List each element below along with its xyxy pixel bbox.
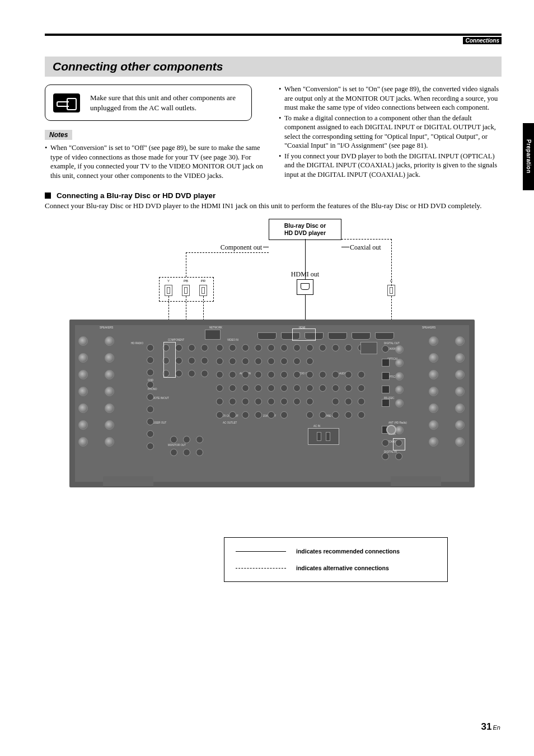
connection-legend: indicates recommended connections indica… [224,537,448,582]
connection-diagram: Blu-ray Disc or HD DVD player Component … [45,219,502,521]
unplug-icon [53,93,80,112]
section-title: Connecting other components [53,60,496,73]
page-number-value: 31 [481,721,492,732]
note-item: When "Conversion" is set to "On" (see pa… [279,84,502,112]
device-label-line: HD DVD player [284,229,326,236]
square-bullet-icon [45,192,51,199]
note-item: If you connect your DVD player to both t… [279,152,502,180]
panel-label: NETWORK [209,326,222,329]
unplug-warning-box: Make sure that this unit and other compo… [45,84,252,121]
panel-label: VIDEO IN [227,339,238,341]
solid-line-icon [236,551,286,552]
panel-label: AC IN [313,425,320,428]
panel-label: HD RADIO [131,342,143,345]
notes-list-right: When "Conversion" is set to "On" (see pa… [279,84,502,179]
subsection-title-text: Connecting a Blu-ray Disc or HD DVD play… [57,191,216,200]
panel-label: SPEAKERS [100,326,113,329]
subsection-heading: Connecting a Blu-ray Disc or HD DVD play… [45,191,502,200]
section-title-bar: Connecting other components [45,57,502,77]
receiver-rear-panel: SPEAKERS SPEAKERS NETWORK HDMI VIDEO IN … [69,320,475,487]
notes-list-left: When "Conversion" is set to "Off" (see p… [45,143,268,180]
coax-leader [341,239,392,286]
side-tab-preparation: Preparation [523,123,534,190]
legend-alt-text: indicates alternative connections [296,565,389,571]
component-leader [186,252,269,277]
note-item: To make a digital connection to a compon… [279,114,502,151]
hdmi-plug [297,279,313,295]
coax-plug [387,285,395,296]
page-number: 31En [481,721,500,732]
header-connections-label: Connections [463,37,502,44]
dashed-line-icon [236,568,286,569]
subsection-body: Connect your Blu-ray Disc or HD DVD play… [45,201,502,211]
component-group-box [159,277,214,302]
notes-heading: Notes [45,130,72,140]
panel-label: SPEAKERS [422,326,435,329]
note-item: When "Conversion" is set to "Off" (see p… [45,143,268,180]
page-number-lang: En [493,724,500,731]
device-label-line: Blu-ray Disc or [284,222,326,229]
component-out-label: Component out [206,243,262,252]
unplug-warning-text: Make sure that this unit and other compo… [90,93,241,112]
panel-label: COMPONENT [168,339,184,341]
legend-rec-text: indicates recommended connections [296,548,400,555]
bluray-player-box: Blu-ray Disc or HD DVD player [269,219,341,240]
panel-label: DIGITAL OUT [384,342,400,345]
